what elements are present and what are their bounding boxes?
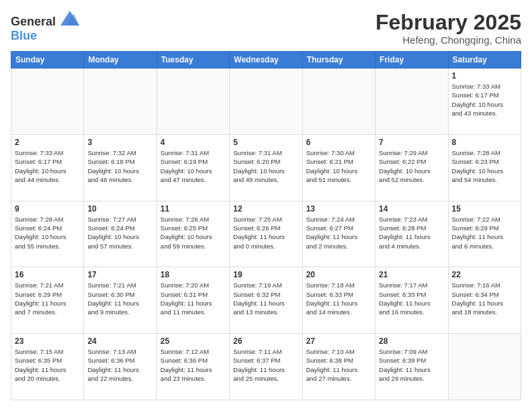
day-number: 4 xyxy=(161,138,226,147)
day-number: 8 xyxy=(452,138,517,147)
day-info: Sunrise: 7:15 AM Sunset: 6:35 PM Dayligh… xyxy=(15,347,80,383)
table-row: 22Sunrise: 7:16 AM Sunset: 6:34 PM Dayli… xyxy=(448,267,521,334)
table-row: 4Sunrise: 7:31 AM Sunset: 6:19 PM Daylig… xyxy=(157,134,229,201)
day-info: Sunrise: 7:26 AM Sunset: 6:25 PM Dayligh… xyxy=(161,215,226,250)
day-info: Sunrise: 7:27 AM Sunset: 6:24 PM Dayligh… xyxy=(87,215,152,250)
title-block: February 2025 Hefeng, Chongqing, China xyxy=(375,11,521,46)
calendar-row: 16Sunrise: 7:21 AM Sunset: 6:29 PM Dayli… xyxy=(11,267,521,334)
day-number: 15 xyxy=(452,204,517,214)
location-subtitle: Hefeng, Chongqing, China xyxy=(375,34,521,46)
col-monday: Monday xyxy=(84,52,157,68)
table-row: 18Sunrise: 7:20 AM Sunset: 6:31 PM Dayli… xyxy=(157,267,229,334)
day-info: Sunrise: 7:33 AM Sunset: 6:17 PM Dayligh… xyxy=(452,82,517,118)
day-info: Sunrise: 7:12 AM Sunset: 6:36 PM Dayligh… xyxy=(161,347,226,383)
day-number: 1 xyxy=(452,71,517,81)
logo-text: General Blue xyxy=(11,11,79,43)
day-info: Sunrise: 7:13 AM Sunset: 6:36 PM Dayligh… xyxy=(87,347,152,383)
day-number: 10 xyxy=(87,204,152,214)
day-number: 20 xyxy=(306,270,371,279)
day-info: Sunrise: 7:31 AM Sunset: 6:20 PM Dayligh… xyxy=(233,148,298,184)
day-info: Sunrise: 7:25 AM Sunset: 6:26 PM Dayligh… xyxy=(233,215,298,250)
day-number: 19 xyxy=(233,270,298,279)
table-row: 25Sunrise: 7:12 AM Sunset: 6:36 PM Dayli… xyxy=(157,334,229,400)
col-thursday: Thursday xyxy=(302,52,375,68)
day-number: 28 xyxy=(379,336,444,346)
day-number: 27 xyxy=(306,336,371,346)
day-number: 21 xyxy=(379,270,444,279)
table-row: 27Sunrise: 7:10 AM Sunset: 6:38 PM Dayli… xyxy=(302,334,375,400)
day-info: Sunrise: 7:24 AM Sunset: 6:27 PM Dayligh… xyxy=(306,215,371,250)
calendar-header-row: Sunday Monday Tuesday Wednesday Thursday… xyxy=(11,52,521,68)
table-row: 5Sunrise: 7:31 AM Sunset: 6:20 PM Daylig… xyxy=(230,134,302,201)
table-row: 9Sunrise: 7:28 AM Sunset: 6:24 PM Daylig… xyxy=(11,201,84,267)
calendar-row: 23Sunrise: 7:15 AM Sunset: 6:35 PM Dayli… xyxy=(11,334,521,400)
table-row: 21Sunrise: 7:17 AM Sunset: 6:33 PM Dayli… xyxy=(375,267,448,334)
day-number: 11 xyxy=(161,204,226,214)
day-number: 9 xyxy=(15,204,80,214)
day-number: 7 xyxy=(379,138,444,147)
col-saturday: Saturday xyxy=(448,52,521,68)
table-row: 12Sunrise: 7:25 AM Sunset: 6:26 PM Dayli… xyxy=(230,201,302,267)
table-row: 14Sunrise: 7:23 AM Sunset: 6:28 PM Dayli… xyxy=(375,201,448,267)
day-number: 5 xyxy=(233,138,298,147)
day-number: 23 xyxy=(15,336,80,346)
day-info: Sunrise: 7:20 AM Sunset: 6:31 PM Dayligh… xyxy=(161,281,226,316)
day-number: 24 xyxy=(87,336,152,346)
day-info: Sunrise: 7:33 AM Sunset: 6:17 PM Dayligh… xyxy=(15,148,80,184)
col-sunday: Sunday xyxy=(11,52,84,68)
day-number: 22 xyxy=(452,270,517,279)
table-row: 11Sunrise: 7:26 AM Sunset: 6:25 PM Dayli… xyxy=(157,201,229,267)
logo-icon xyxy=(60,11,79,26)
table-row: 15Sunrise: 7:22 AM Sunset: 6:29 PM Dayli… xyxy=(448,201,521,267)
day-number: 12 xyxy=(233,204,298,214)
day-info: Sunrise: 7:22 AM Sunset: 6:29 PM Dayligh… xyxy=(452,215,517,250)
day-number: 18 xyxy=(161,270,226,279)
day-info: Sunrise: 7:30 AM Sunset: 6:21 PM Dayligh… xyxy=(306,148,371,184)
day-info: Sunrise: 7:21 AM Sunset: 6:30 PM Dayligh… xyxy=(87,281,152,316)
calendar-row: 9Sunrise: 7:28 AM Sunset: 6:24 PM Daylig… xyxy=(11,201,521,267)
table-row: 17Sunrise: 7:21 AM Sunset: 6:30 PM Dayli… xyxy=(84,267,157,334)
table-row xyxy=(84,68,157,135)
day-info: Sunrise: 7:19 AM Sunset: 6:32 PM Dayligh… xyxy=(233,281,298,316)
day-info: Sunrise: 7:18 AM Sunset: 6:33 PM Dayligh… xyxy=(306,281,371,316)
table-row: 24Sunrise: 7:13 AM Sunset: 6:36 PM Dayli… xyxy=(84,334,157,400)
day-info: Sunrise: 7:21 AM Sunset: 6:29 PM Dayligh… xyxy=(15,281,80,316)
header: General Blue February 2025 Hefeng, Chong… xyxy=(11,11,521,46)
table-row: 8Sunrise: 7:28 AM Sunset: 6:23 PM Daylig… xyxy=(448,134,521,201)
table-row: 26Sunrise: 7:11 AM Sunset: 6:37 PM Dayli… xyxy=(230,334,302,400)
day-number: 17 xyxy=(87,270,152,279)
day-number: 2 xyxy=(15,138,80,147)
col-friday: Friday xyxy=(375,52,448,68)
table-row xyxy=(448,334,521,400)
day-info: Sunrise: 7:28 AM Sunset: 6:23 PM Dayligh… xyxy=(452,148,517,184)
table-row: 19Sunrise: 7:19 AM Sunset: 6:32 PM Dayli… xyxy=(230,267,302,334)
page: General Blue February 2025 Hefeng, Chong… xyxy=(0,0,532,411)
day-number: 3 xyxy=(87,138,152,147)
day-info: Sunrise: 7:16 AM Sunset: 6:34 PM Dayligh… xyxy=(452,281,517,316)
calendar-row: 1Sunrise: 7:33 AM Sunset: 6:17 PM Daylig… xyxy=(11,68,521,135)
month-title: February 2025 xyxy=(375,11,521,34)
day-info: Sunrise: 7:17 AM Sunset: 6:33 PM Dayligh… xyxy=(379,281,444,316)
day-info: Sunrise: 7:09 AM Sunset: 6:39 PM Dayligh… xyxy=(379,347,444,383)
table-row xyxy=(302,68,375,135)
day-info: Sunrise: 7:11 AM Sunset: 6:37 PM Dayligh… xyxy=(233,347,298,383)
table-row xyxy=(230,68,302,135)
day-number: 26 xyxy=(233,336,298,346)
day-info: Sunrise: 7:10 AM Sunset: 6:38 PM Dayligh… xyxy=(306,347,371,383)
day-info: Sunrise: 7:31 AM Sunset: 6:19 PM Dayligh… xyxy=(161,148,226,184)
table-row xyxy=(157,68,229,135)
logo-general: General xyxy=(11,15,56,28)
calendar-row: 2Sunrise: 7:33 AM Sunset: 6:17 PM Daylig… xyxy=(11,134,521,201)
col-tuesday: Tuesday xyxy=(157,52,229,68)
table-row: 20Sunrise: 7:18 AM Sunset: 6:33 PM Dayli… xyxy=(302,267,375,334)
logo: General Blue xyxy=(11,11,79,43)
table-row: 10Sunrise: 7:27 AM Sunset: 6:24 PM Dayli… xyxy=(84,201,157,267)
table-row: 23Sunrise: 7:15 AM Sunset: 6:35 PM Dayli… xyxy=(11,334,84,400)
table-row: 3Sunrise: 7:32 AM Sunset: 6:18 PM Daylig… xyxy=(84,134,157,201)
table-row: 6Sunrise: 7:30 AM Sunset: 6:21 PM Daylig… xyxy=(302,134,375,201)
table-row: 16Sunrise: 7:21 AM Sunset: 6:29 PM Dayli… xyxy=(11,267,84,334)
day-info: Sunrise: 7:32 AM Sunset: 6:18 PM Dayligh… xyxy=(87,148,152,184)
table-row xyxy=(11,68,84,135)
table-row xyxy=(375,68,448,135)
calendar-table: Sunday Monday Tuesday Wednesday Thursday… xyxy=(11,51,521,400)
